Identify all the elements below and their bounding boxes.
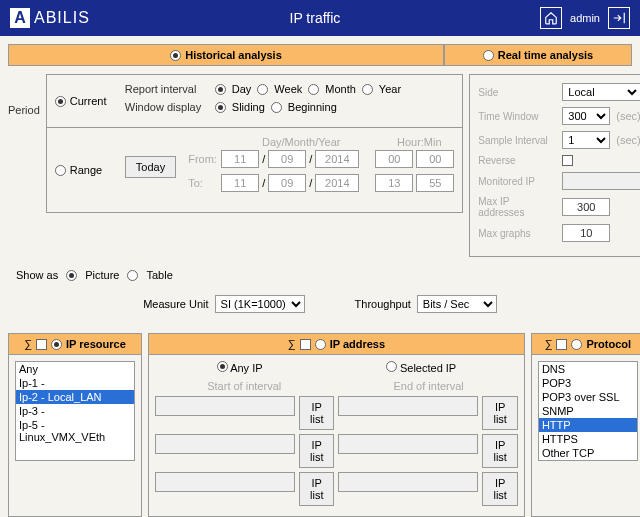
iplist-btn-3b[interactable]: IP list <box>482 472 517 506</box>
analysis-tabs: Historical analysis Real time analysis <box>8 44 632 66</box>
showas-label: Show as <box>16 269 58 281</box>
showas-table-radio[interactable] <box>127 270 138 281</box>
monitored-ip-label: Monitored IP <box>478 176 556 187</box>
proto-radio[interactable] <box>571 339 582 350</box>
ip-end-2[interactable] <box>338 434 478 454</box>
sampleint-label: Sample Interval <box>478 135 556 146</box>
list-item[interactable]: Ip-1 - <box>16 376 134 390</box>
sampleint-select[interactable]: 1 <box>562 131 610 149</box>
measure-unit-label: Measure Unit <box>143 298 208 310</box>
iplist-btn-1b[interactable]: IP list <box>482 396 517 430</box>
interval-week-radio[interactable] <box>257 84 268 95</box>
to-label: To: <box>188 177 218 189</box>
ip-start-2[interactable] <box>155 434 295 454</box>
throughput-select[interactable]: Bits / Sec <box>417 295 497 313</box>
sigma-ipres: ∑ <box>24 338 32 350</box>
list-item[interactable]: Ip-3 - <box>16 404 134 418</box>
interval-day-radio[interactable] <box>215 84 226 95</box>
list-item[interactable]: Other UDP <box>539 460 637 461</box>
list-item[interactable]: SNMP <box>539 404 637 418</box>
iplist-btn-3a[interactable]: IP list <box>299 472 334 506</box>
list-item[interactable]: Any <box>16 362 134 376</box>
from-hour-input[interactable] <box>375 150 413 168</box>
today-button[interactable]: Today <box>125 156 176 178</box>
list-item[interactable]: Ip-5 - Linux_VMX_VEth <box>16 418 134 444</box>
list-item[interactable]: POP3 over SSL <box>539 390 637 404</box>
period-current-radio[interactable] <box>55 96 66 107</box>
to-year-input[interactable] <box>315 174 359 192</box>
from-min-input[interactable] <box>416 150 454 168</box>
ipaddr-radio[interactable] <box>315 339 326 350</box>
proto-sum-checkbox[interactable] <box>556 339 567 350</box>
period-range-radio[interactable] <box>55 165 66 176</box>
sigma-proto: ∑ <box>545 338 553 350</box>
ipres-sum-checkbox[interactable] <box>36 339 47 350</box>
realtime-settings: SideLocal Time Window300(sec) Sample Int… <box>469 74 640 257</box>
showas-picture-radio[interactable] <box>66 270 77 281</box>
reverse-checkbox[interactable] <box>562 155 573 166</box>
period-box: Current Report interval Day Week Month Y… <box>46 74 463 213</box>
sec-label: (sec) <box>616 110 640 122</box>
proto-list[interactable]: DNSPOP3POP3 over SSLSNMPHTTPHTTPSOther T… <box>538 361 638 461</box>
tab-realtime[interactable]: Real time analysis <box>444 44 632 66</box>
tab-historical-radio[interactable] <box>170 50 181 61</box>
to-min-input[interactable] <box>416 174 454 192</box>
ipres-radio[interactable] <box>51 339 62 350</box>
window-beginning-label: Beginning <box>288 101 337 113</box>
ip-end-3[interactable] <box>338 472 478 492</box>
tab-historical-label: Historical analysis <box>185 49 282 61</box>
timewindow-select[interactable]: 300 <box>562 107 610 125</box>
to-month-input[interactable] <box>268 174 306 192</box>
from-label: From: <box>188 153 218 165</box>
home-icon[interactable] <box>540 7 562 29</box>
ipaddr-sum-checkbox[interactable] <box>300 339 311 350</box>
list-item[interactable]: HTTP <box>539 418 637 432</box>
interval-year-radio[interactable] <box>362 84 373 95</box>
measure-unit-select[interactable]: SI (1K=1000) <box>215 295 305 313</box>
maxgraphs-input[interactable] <box>562 224 610 242</box>
tab-realtime-radio[interactable] <box>483 50 494 61</box>
window-sliding-radio[interactable] <box>215 102 226 113</box>
admin-label: admin <box>570 12 600 24</box>
ip-end-1[interactable] <box>338 396 478 416</box>
brand-text: ABILIS <box>34 9 90 27</box>
maxip-input[interactable] <box>562 198 610 216</box>
interval-year-label: Year <box>379 83 401 95</box>
side-label: Side <box>478 87 556 98</box>
ip-resource-box: ∑IP resource AnyIp-1 -Ip-2 - Local_LANIp… <box>8 333 142 517</box>
monitored-ip-input[interactable] <box>562 172 640 190</box>
from-year-input[interactable] <box>315 150 359 168</box>
interval-month-radio[interactable] <box>308 84 319 95</box>
window-sliding-label: Sliding <box>232 101 265 113</box>
iplist-btn-2b[interactable]: IP list <box>482 434 517 468</box>
showas-table-label: Table <box>146 269 172 281</box>
dmy-label: Day/Month/Year <box>224 136 378 148</box>
from-day-input[interactable] <box>221 150 259 168</box>
ip-address-box: ∑IP address Any IP Selected IP Start of … <box>148 333 525 517</box>
iplist-btn-1a[interactable]: IP list <box>299 396 334 430</box>
iplist-btn-2a[interactable]: IP list <box>299 434 334 468</box>
to-hour-input[interactable] <box>375 174 413 192</box>
logo-icon: A <box>10 8 30 28</box>
selectedip-radio[interactable] <box>386 361 397 372</box>
list-item[interactable]: HTTPS <box>539 432 637 446</box>
ipres-list[interactable]: AnyIp-1 -Ip-2 - Local_LANIp-3 -Ip-5 - Li… <box>15 361 135 461</box>
ip-start-3[interactable] <box>155 472 295 492</box>
tab-historical[interactable]: Historical analysis <box>8 44 444 66</box>
ip-start-1[interactable] <box>155 396 295 416</box>
logout-icon[interactable] <box>608 7 630 29</box>
from-month-input[interactable] <box>268 150 306 168</box>
list-item[interactable]: DNS <box>539 362 637 376</box>
list-item[interactable]: POP3 <box>539 376 637 390</box>
period-current-label: Current <box>70 95 107 107</box>
throughput-label: Throughput <box>355 298 411 310</box>
maxgraphs-label: Max graphs <box>478 228 556 239</box>
list-item[interactable]: Ip-2 - Local_LAN <box>16 390 134 404</box>
anyip-radio[interactable] <box>217 361 228 372</box>
list-item[interactable]: Other TCP <box>539 446 637 460</box>
maxip-label: Max IP addresses <box>478 196 556 218</box>
period-range-label: Range <box>70 164 102 176</box>
to-day-input[interactable] <box>221 174 259 192</box>
side-select[interactable]: Local <box>562 83 640 101</box>
window-beginning-radio[interactable] <box>271 102 282 113</box>
